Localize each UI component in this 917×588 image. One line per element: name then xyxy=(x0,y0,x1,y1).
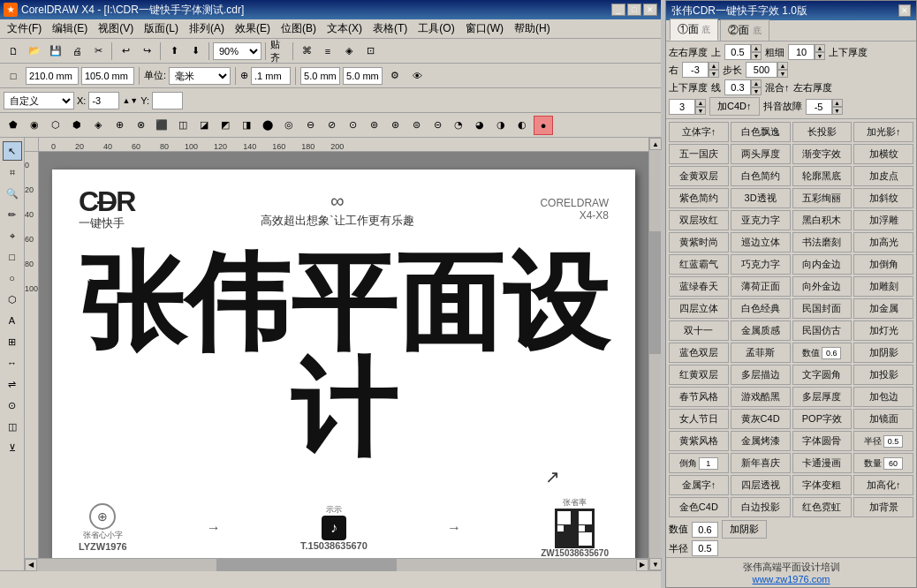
obj-tool-24[interactable]: ◑ xyxy=(491,116,511,135)
effect-btn-卡通漫画[interactable]: 卡通漫画 xyxy=(792,453,853,473)
options-icon[interactable]: ⚙ xyxy=(385,66,405,86)
smartdraw-tool[interactable]: ⌖ xyxy=(3,226,22,245)
scroll-left-btn[interactable]: ◀ xyxy=(25,559,37,571)
obj-tool-11[interactable]: ◩ xyxy=(216,116,235,135)
add-c4d-button[interactable]: 加C4D↑ xyxy=(709,97,760,116)
effect-btn-红色霓虹[interactable]: 红色霓虹 xyxy=(792,497,853,517)
spinbox-up-3[interactable]: ▲ xyxy=(709,62,719,70)
scrollbar-vertical[interactable]: ▲ ▼ xyxy=(648,138,661,570)
export-button[interactable]: ⬇ xyxy=(186,41,205,61)
effect-btn-半径[interactable]: 半径 xyxy=(853,431,913,451)
spinbox-up-4[interactable]: ▲ xyxy=(777,62,788,70)
effect-btn-薄荷正面[interactable]: 薄荷正面 xyxy=(731,276,791,297)
obj-tool-19[interactable]: ⊛ xyxy=(385,116,405,135)
scroll-track-v[interactable] xyxy=(649,150,661,558)
line-input[interactable] xyxy=(724,79,751,95)
effect-btn-双十一[interactable]: 双十一 xyxy=(669,320,729,341)
effect-btn-加雕刻[interactable]: 加雕刻 xyxy=(853,276,913,297)
menu-table[interactable]: 表格(T) xyxy=(368,19,413,38)
effect-btn-民国仿古[interactable]: 民国仿古 xyxy=(792,320,853,341)
effect-btn-金属字↑[interactable]: 金属字↑ xyxy=(669,475,729,495)
website-link[interactable]: www.zw1976.com xyxy=(669,574,913,584)
menu-help[interactable]: 帮助(H) xyxy=(509,19,556,38)
maximize-button[interactable]: □ xyxy=(627,4,641,16)
print-button[interactable]: 🖨 xyxy=(67,41,87,61)
y-input[interactable] xyxy=(152,92,183,109)
obj-tool-18[interactable]: ⊚ xyxy=(364,116,383,135)
effect-btn-春节风格[interactable]: 春节风格 xyxy=(669,387,729,407)
unit-select[interactable]: 毫米 xyxy=(169,67,231,85)
obj-tool-14[interactable]: ◎ xyxy=(279,116,299,135)
effect-btn-金属烤漆[interactable]: 金属烤漆 xyxy=(731,431,791,451)
minimize-button[interactable]: _ xyxy=(611,4,625,16)
menu-file[interactable]: 文件(F) xyxy=(2,19,47,38)
left-width-input[interactable] xyxy=(724,44,751,60)
effect-btn-加投影[interactable]: 加投影 xyxy=(853,365,913,385)
effect-btn-孟菲斯[interactable]: 孟菲斯 xyxy=(731,343,791,363)
effect-btn-巧克力字[interactable]: 巧克力字 xyxy=(731,254,791,275)
cut-button[interactable]: ✂ xyxy=(88,41,108,61)
dropper-tool[interactable]: ⊻ xyxy=(3,438,22,457)
effect-btn-加高光[interactable]: 加高光 xyxy=(853,232,913,253)
connector-tool[interactable]: ⇌ xyxy=(3,374,22,394)
obj-tool-5[interactable]: ◈ xyxy=(88,116,108,135)
effect-btn-游戏酷黑[interactable]: 游戏酷黑 xyxy=(731,387,791,407)
menu-window[interactable]: 窗口(W) xyxy=(460,19,509,38)
height-input[interactable] xyxy=(81,67,134,85)
effect-btn-蓝绿春天[interactable]: 蓝绿春天 xyxy=(669,276,729,297)
spinbox-x-up[interactable]: ▲▼ xyxy=(122,96,138,105)
effect-btn-渐变字效[interactable]: 渐变字效 xyxy=(792,144,853,164)
blend-tool[interactable]: ⊙ xyxy=(3,396,22,415)
obj-tool-13[interactable]: ⬤ xyxy=(258,116,277,135)
spinbox-up[interactable]: ▲ xyxy=(751,44,762,52)
effect-btn-巡边立体[interactable]: 巡边立体 xyxy=(731,232,791,253)
effect-btn-加皮点[interactable]: 加皮点 xyxy=(853,166,913,186)
new-button[interactable]: 🗋 xyxy=(4,41,23,61)
shake-spinbox[interactable]: ▲ ▼ xyxy=(806,99,843,115)
import-button[interactable]: ⬆ xyxy=(164,41,184,61)
effect-btn-加镜面[interactable]: 加镜面 xyxy=(853,409,913,429)
obj-tool-10[interactable]: ◪ xyxy=(194,116,214,135)
scroll-right-btn[interactable]: ▶ xyxy=(636,559,648,571)
tb-icon-1[interactable]: ⌘ xyxy=(297,41,316,61)
menu-layout[interactable]: 版面(L) xyxy=(139,19,184,38)
effect-btn-四层透视[interactable]: 四层透视 xyxy=(731,475,791,495)
effect-btn-白色飘逸[interactable]: 白色飘逸 xyxy=(731,122,791,142)
spinbox-up-5[interactable]: ▲ xyxy=(751,79,762,87)
obj-tool-25[interactable]: ◐ xyxy=(512,116,532,135)
x-input[interactable] xyxy=(88,92,119,109)
tb-icon-2[interactable]: ≡ xyxy=(318,41,337,61)
effect-btn-两头厚度[interactable]: 两头厚度 xyxy=(731,144,791,164)
step-input[interactable] xyxy=(746,62,777,78)
effect-btn-金黄双层[interactable]: 金黄双层 xyxy=(669,166,729,186)
obj-tool-4[interactable]: ⬢ xyxy=(67,116,87,135)
spinbox-down-4[interactable]: ▼ xyxy=(777,70,788,78)
effect-btn-加背景[interactable]: 加背景 xyxy=(853,497,913,517)
panel-close-button[interactable]: ✕ xyxy=(898,4,911,17)
size3-input[interactable] xyxy=(300,67,340,85)
main-spin-input[interactable] xyxy=(669,99,695,115)
effect-btn-文字圆角[interactable]: 文字圆角 xyxy=(792,365,853,385)
obj-tool-16[interactable]: ⊘ xyxy=(322,116,341,135)
spinbox-down-7[interactable]: ▼ xyxy=(832,107,843,115)
tab-face-2[interactable]: ②面 底 xyxy=(720,19,769,41)
effect-btn-多层厚度[interactable]: 多层厚度 xyxy=(792,387,853,407)
effect-btn-加光影↑[interactable]: 加光影↑ xyxy=(853,122,913,142)
width-input[interactable] xyxy=(26,67,79,85)
effect-btn-加浮雕[interactable]: 加浮雕 xyxy=(853,210,913,230)
zoom-tool[interactable]: 🔍 xyxy=(3,184,22,203)
preset-select[interactable]: 自定义 xyxy=(4,92,74,109)
spinbox-up-7[interactable]: ▲ xyxy=(832,99,843,107)
select-tool[interactable]: ↖ xyxy=(3,141,22,161)
obj-tool-12[interactable]: ◨ xyxy=(237,116,256,135)
close-button[interactable]: ✕ xyxy=(643,4,657,16)
effect-btn-亚克力字[interactable]: 亚克力字 xyxy=(731,210,791,230)
obj-tool-20[interactable]: ⊜ xyxy=(406,116,426,135)
effect-btn-加灯光[interactable]: 加灯光 xyxy=(853,320,913,341)
effect-btn-黄灰C4D[interactable]: 黄灰C4D xyxy=(731,409,791,429)
menu-effects[interactable]: 效果(E) xyxy=(230,19,276,38)
effect-btn-白边投影[interactable]: 白边投影 xyxy=(731,497,791,517)
obj-tool-22[interactable]: ◔ xyxy=(449,116,468,135)
effect-btn-四层立体[interactable]: 四层立体 xyxy=(669,298,729,319)
effect-btn-紫色简约[interactable]: 紫色简约 xyxy=(669,188,729,208)
